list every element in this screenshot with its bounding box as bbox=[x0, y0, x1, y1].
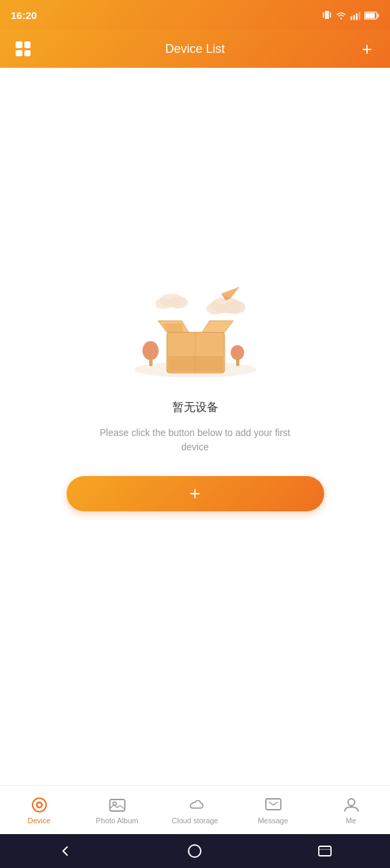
me-nav-icon bbox=[343, 796, 360, 814]
message-nav-icon bbox=[265, 796, 282, 814]
empty-state-title-cn: 暂无设备 bbox=[172, 399, 218, 415]
nav-item-cloud-storage[interactable]: Cloud storage bbox=[156, 791, 234, 830]
signal-icon bbox=[321, 9, 332, 20]
svg-rect-29 bbox=[110, 800, 125, 811]
svg-point-28 bbox=[37, 803, 41, 806]
svg-point-32 bbox=[348, 799, 355, 806]
add-first-device-button[interactable]: + bbox=[66, 476, 324, 511]
status-bar: 16:20 bbox=[0, 0, 390, 30]
nav-item-photo-album[interactable]: Photo Album bbox=[78, 791, 156, 830]
home-button[interactable] bbox=[184, 840, 206, 862]
svg-point-12 bbox=[142, 341, 159, 360]
bottom-nav: Device Photo Album Cloud storage bbox=[0, 785, 390, 834]
svg-point-21 bbox=[206, 302, 225, 315]
svg-rect-31 bbox=[266, 799, 281, 810]
status-icons bbox=[321, 9, 379, 20]
nav-item-device[interactable]: Device bbox=[0, 791, 78, 830]
nav-item-message[interactable]: Message bbox=[234, 791, 312, 830]
svg-point-33 bbox=[189, 845, 201, 857]
svg-rect-4 bbox=[353, 15, 355, 20]
grid-cell-3 bbox=[16, 50, 22, 57]
grid-menu-button[interactable] bbox=[11, 37, 35, 61]
app-header: Device List + bbox=[0, 30, 390, 68]
add-button-icon: + bbox=[189, 484, 200, 503]
svg-point-14 bbox=[231, 345, 244, 360]
back-button[interactable] bbox=[54, 840, 76, 862]
photo-album-nav-icon bbox=[109, 796, 126, 814]
svg-point-24 bbox=[155, 298, 172, 309]
empty-illustration bbox=[121, 275, 270, 383]
svg-point-23 bbox=[169, 296, 188, 309]
grid-icon bbox=[16, 41, 31, 56]
photo-album-nav-label: Photo Album bbox=[96, 816, 138, 825]
cloud-storage-nav-label: Cloud storage bbox=[172, 816, 218, 825]
nav-item-me[interactable]: Me bbox=[312, 791, 390, 830]
system-nav-bar bbox=[0, 834, 390, 868]
svg-rect-3 bbox=[351, 16, 352, 20]
device-nav-label: Device bbox=[28, 816, 51, 825]
me-nav-label: Me bbox=[346, 816, 356, 825]
svg-rect-2 bbox=[330, 12, 332, 18]
page-title: Device List bbox=[165, 42, 225, 56]
grid-cell-4 bbox=[24, 50, 31, 57]
empty-state-description: Please click the button below to add you… bbox=[87, 426, 304, 454]
svg-rect-9 bbox=[377, 14, 379, 18]
recent-apps-button[interactable] bbox=[314, 840, 336, 862]
svg-rect-1 bbox=[323, 12, 324, 18]
grid-cell-2 bbox=[24, 41, 31, 48]
wifi-icon bbox=[336, 9, 347, 20]
svg-point-20 bbox=[224, 300, 246, 314]
svg-rect-34 bbox=[319, 846, 331, 856]
message-nav-label: Message bbox=[258, 816, 288, 825]
battery-icon bbox=[364, 9, 379, 20]
add-device-header-button[interactable]: + bbox=[355, 37, 379, 61]
svg-rect-0 bbox=[325, 11, 329, 19]
grid-cell-1 bbox=[16, 41, 22, 48]
device-nav-icon bbox=[31, 796, 48, 814]
svg-rect-6 bbox=[359, 12, 360, 20]
status-time: 16:20 bbox=[11, 9, 37, 21]
signal-bars-icon bbox=[350, 9, 361, 20]
main-content: 暂无设备 Please click the button below to ad… bbox=[0, 68, 390, 785]
svg-rect-5 bbox=[356, 14, 357, 20]
svg-rect-8 bbox=[365, 13, 374, 18]
cloud-storage-nav-icon bbox=[187, 796, 204, 814]
